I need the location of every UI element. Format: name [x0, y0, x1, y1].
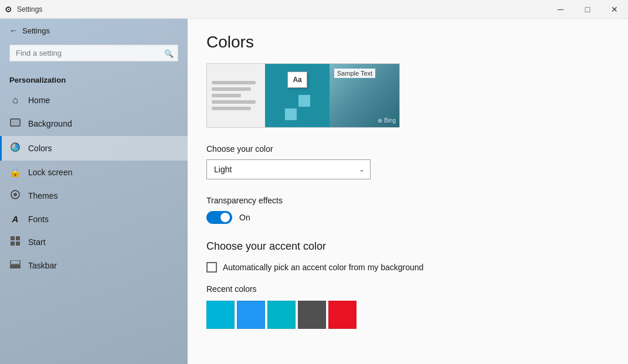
title-bar: ⚙ Settings ─ □ ✕ [0, 0, 628, 19]
swatch-red[interactable] [328, 301, 357, 329]
preview-tile-3 [285, 108, 297, 120]
search-input[interactable] [9, 45, 178, 62]
preview-bing-label: ⊕ Bing [378, 117, 396, 124]
sidebar-taskbar-label: Taskbar [28, 261, 57, 270]
sidebar-item-background[interactable]: Background [0, 111, 188, 136]
auto-accent-row: Automatically pick an accent color from … [206, 262, 609, 273]
preview-window: Aa [287, 72, 307, 88]
svg-rect-5 [11, 236, 15, 240]
title-bar-title: Settings [17, 5, 42, 13]
accent-color-title: Choose your accent color [206, 240, 609, 253]
settings-icon: ⚙ [5, 5, 12, 14]
colors-icon [9, 142, 21, 155]
color-preview: Aa Sample Text ⊕ Bing [206, 63, 400, 128]
home-icon: ⌂ [9, 95, 21, 106]
preview-tile-4 [298, 108, 310, 120]
svg-rect-6 [16, 236, 20, 240]
svg-rect-8 [16, 241, 20, 246]
preview-line-3 [212, 94, 241, 97]
sidebar-item-taskbar[interactable]: Taskbar [0, 254, 188, 277]
sidebar-home-label: Settings [22, 26, 50, 35]
search-box: 🔍 [9, 45, 178, 62]
themes-icon [9, 189, 21, 202]
start-icon [9, 236, 21, 249]
sidebar-item-colors[interactable]: Colors [0, 136, 188, 161]
preview-line-5 [212, 107, 251, 110]
back-arrow-icon: ← [9, 26, 18, 35]
sidebar-item-themes[interactable]: Themes [0, 183, 188, 208]
recent-colors-title: Recent colors [206, 284, 609, 294]
swatch-dark-gray[interactable] [298, 301, 326, 329]
preview-center-panel: Aa [265, 64, 329, 127]
auto-accent-checkbox[interactable] [206, 262, 217, 273]
preview-right-panel: Sample Text ⊕ Bing [330, 64, 399, 127]
choose-color-label: Choose your color [206, 144, 609, 154]
color-swatches [206, 301, 609, 329]
preview-line-4 [212, 100, 256, 104]
svg-rect-1 [11, 119, 20, 126]
lock-icon: 🔒 [9, 166, 21, 178]
sidebar: ← Settings 🔍 Personalization ⌂ Home Back… [0, 19, 188, 364]
preview-line-2 [212, 87, 251, 91]
maximize-button[interactable]: □ [574, 0, 601, 19]
auto-accent-label: Automatically pick an accent color from … [223, 263, 423, 272]
page-title: Colors [206, 33, 609, 52]
sidebar-section-title: Personalization [0, 71, 188, 89]
svg-rect-7 [11, 241, 15, 246]
fonts-icon: A [9, 214, 21, 224]
swatch-cyan[interactable] [267, 301, 296, 329]
transparency-label: Transparency effects [206, 196, 609, 205]
sidebar-colors-label: Colors [28, 144, 52, 153]
transparency-toggle[interactable] [206, 211, 232, 224]
sidebar-back-button[interactable]: ← Settings [0, 19, 188, 42]
preview-left-panel [207, 64, 265, 127]
preview-line-1 [212, 81, 256, 84]
title-bar-controls: ─ □ ✕ [547, 0, 628, 19]
sidebar-fonts-label: Fonts [28, 215, 49, 224]
preview-tile-2 [298, 95, 310, 107]
sidebar-start-label: Start [28, 237, 46, 247]
transparency-section: Transparency effects On [206, 196, 609, 224]
color-dropdown-wrapper: Light Dark Custom ⌄ [206, 159, 371, 179]
title-bar-left: ⚙ Settings [5, 5, 42, 14]
toggle-on-label: On [239, 213, 250, 222]
svg-rect-10 [11, 260, 20, 264]
close-button[interactable]: ✕ [601, 0, 628, 19]
transparency-row: On [206, 211, 609, 224]
svg-rect-9 [10, 265, 21, 268]
preview-bg: Sample Text ⊕ Bing [330, 64, 399, 127]
svg-point-4 [13, 193, 17, 196]
preview-sample-text: Sample Text [334, 69, 375, 78]
toggle-knob [220, 213, 230, 222]
color-mode-dropdown[interactable]: Light Dark Custom [206, 159, 371, 179]
sidebar-item-lock-screen[interactable]: 🔒 Lock screen [0, 161, 188, 183]
minimize-button[interactable]: ─ [547, 0, 574, 19]
search-icon: 🔍 [164, 49, 174, 57]
preview-tile-1 [285, 95, 297, 107]
swatch-teal[interactable] [206, 301, 235, 329]
sidebar-background-label: Background [28, 119, 72, 128]
sidebar-item-home[interactable]: ⌂ Home [0, 89, 188, 111]
taskbar-icon [9, 260, 21, 271]
sidebar-home-item-label: Home [28, 96, 50, 105]
app-content: ← Settings 🔍 Personalization ⌂ Home Back… [0, 19, 628, 364]
sidebar-themes-label: Themes [28, 191, 58, 200]
sidebar-item-start[interactable]: Start [0, 230, 188, 254]
preview-tiles [285, 95, 310, 120]
background-icon [9, 117, 21, 130]
sidebar-item-fonts[interactable]: A Fonts [0, 208, 188, 230]
swatch-blue[interactable] [237, 301, 265, 329]
main-content: Colors Aa [188, 19, 628, 364]
sidebar-lock-label: Lock screen [28, 168, 72, 177]
